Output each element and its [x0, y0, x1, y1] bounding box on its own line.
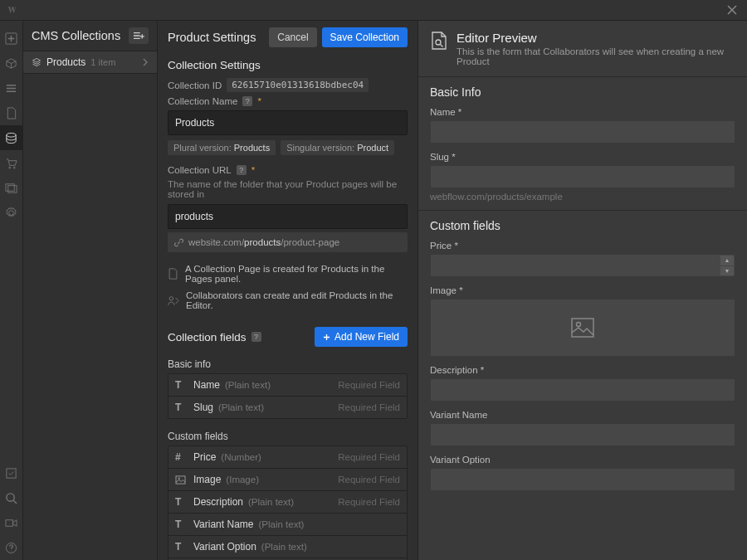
webflow-logo-icon — [5, 3, 18, 17]
preview-name-label: Name * — [430, 107, 735, 117]
preview-image-dropzone[interactable] — [430, 299, 735, 357]
collections-panel: CMS Collections Products 1 item — [23, 21, 158, 560]
preview-slug-hint: webflow.com/products/example — [430, 192, 735, 202]
basic-info-subheader: Basic info — [158, 353, 417, 373]
collaborators-icon — [168, 295, 179, 306]
search-icon[interactable] — [0, 485, 23, 510]
number-icon: # — [175, 451, 187, 463]
custom-fields-subheader: Custom fields — [158, 426, 417, 446]
add-collection-button[interactable] — [129, 27, 149, 44]
preview-name-input[interactable] — [430, 120, 735, 144]
collection-item-count: 1 item — [90, 57, 115, 67]
text-icon: T — [175, 541, 187, 553]
collection-id-label: Collection ID — [168, 80, 222, 90]
svg-point-3 — [13, 167, 15, 168]
svg-point-2 — [9, 167, 11, 168]
editor-preview-panel: Editor Preview This is the form that Col… — [418, 21, 747, 560]
checklist-icon[interactable] — [0, 460, 23, 485]
preview-description-label: Description * — [430, 365, 735, 375]
preview-price-input[interactable]: ▲▼ — [430, 254, 735, 277]
close-icon[interactable] — [722, 3, 742, 17]
collection-url-description: The name of the folder that your Product… — [168, 179, 408, 199]
preview-description-input[interactable] — [430, 378, 735, 402]
help-icon[interactable]: ? — [251, 332, 261, 342]
product-settings-panel: Product Settings Cancel Save Collection … — [158, 21, 418, 560]
collection-url-input[interactable] — [168, 204, 408, 229]
help-icon[interactable] — [0, 535, 23, 560]
preview-variant-option-label: Variant Option — [430, 455, 735, 465]
field-row[interactable]: # Price (Number) Required Field — [168, 446, 407, 469]
ecommerce-icon[interactable] — [0, 150, 23, 175]
stepper-down-icon[interactable]: ▼ — [720, 266, 734, 276]
help-icon[interactable]: ? — [237, 165, 247, 175]
add-new-field-button[interactable]: Add New Field — [315, 327, 408, 347]
preview-variant-name-label: Variant Name — [430, 410, 735, 420]
video-icon[interactable] — [0, 510, 23, 535]
field-row[interactable]: T Name (Plain text) Required Field — [168, 374, 407, 397]
svg-point-10 — [169, 296, 173, 299]
preview-variant-name-input[interactable] — [430, 423, 735, 446]
link-icon — [174, 238, 183, 247]
svg-point-15 — [577, 323, 581, 327]
svg-rect-14 — [572, 319, 593, 337]
image-icon — [175, 475, 187, 485]
field-row[interactable]: Image (Image) Required Field — [168, 469, 407, 491]
field-row[interactable]: T Slug (Plain text) Required Field — [168, 397, 407, 418]
cancel-button[interactable]: Cancel — [269, 27, 316, 47]
collection-item-products[interactable]: Products 1 item — [23, 51, 157, 74]
preview-custom-header: Custom fields — [430, 219, 735, 232]
field-row[interactable]: T Variant Option (Plain text) — [168, 536, 407, 558]
preview-slug-input[interactable] — [430, 165, 735, 188]
singular-version-chip: Singular version: Product — [281, 140, 394, 155]
page-icon[interactable] — [0, 100, 23, 125]
left-rail — [0, 21, 23, 560]
save-collection-button[interactable]: Save Collection — [322, 27, 408, 47]
collection-item-name: Products — [46, 56, 85, 68]
svg-point-7 — [7, 493, 14, 500]
info-collab-text: Collaborators can create and edit Produc… — [186, 290, 408, 310]
collection-name-label: Collection Name — [168, 96, 237, 106]
svg-point-13 — [436, 40, 441, 45]
preview-basic-header: Basic Info — [430, 85, 735, 99]
page-icon — [168, 268, 178, 280]
preview-title: Editor Preview — [456, 31, 735, 45]
collection-name-input[interactable] — [168, 110, 408, 135]
collection-settings-header: Collection Settings — [168, 59, 408, 71]
svg-rect-5 — [8, 185, 17, 192]
chevron-right-icon — [143, 58, 149, 66]
svg-rect-8 — [6, 519, 12, 526]
add-element-icon[interactable] — [0, 26, 23, 51]
collection-url-label: Collection URL — [168, 165, 232, 175]
text-icon: T — [175, 379, 187, 391]
url-preview: website.com/products/product-page — [168, 232, 408, 252]
preview-subtitle: This is the form that Collaborators will… — [456, 46, 735, 66]
preview-price-label: Price * — [430, 241, 735, 251]
text-icon: T — [175, 519, 187, 530]
preview-slug-label: Slug * — [430, 152, 735, 162]
svg-rect-11 — [176, 475, 185, 483]
preview-variant-option-input[interactable] — [430, 468, 735, 491]
collection-fields-header: Collection fields — [168, 331, 247, 343]
svg-point-1 — [7, 133, 16, 137]
cms-icon[interactable] — [0, 125, 23, 150]
svg-rect-6 — [7, 468, 16, 477]
list-icon[interactable] — [0, 75, 23, 100]
box-icon[interactable] — [0, 51, 23, 75]
stack-icon — [32, 57, 42, 67]
settings-icon[interactable] — [0, 200, 23, 225]
required-star: * — [257, 96, 261, 106]
basic-fields-list: T Name (Plain text) Required Field T Slu… — [168, 373, 408, 419]
settings-title: Product Settings — [168, 31, 269, 44]
text-icon: T — [175, 496, 187, 508]
plural-version-chip: Plural version: Products — [168, 140, 276, 155]
required-star: * — [251, 165, 255, 175]
info-page-text: A Collection Page is created for Product… — [185, 264, 408, 284]
svg-rect-4 — [6, 183, 14, 190]
field-row[interactable]: T Variant Name (Plain text) — [168, 514, 407, 536]
field-row[interactable]: T Description (Plain text) Required Fiel… — [168, 491, 407, 514]
help-icon[interactable]: ? — [242, 96, 252, 106]
stepper-up-icon[interactable]: ▲ — [720, 256, 734, 266]
text-icon: T — [175, 402, 187, 413]
assets-icon[interactable] — [0, 175, 23, 200]
plus-icon — [323, 334, 330, 341]
